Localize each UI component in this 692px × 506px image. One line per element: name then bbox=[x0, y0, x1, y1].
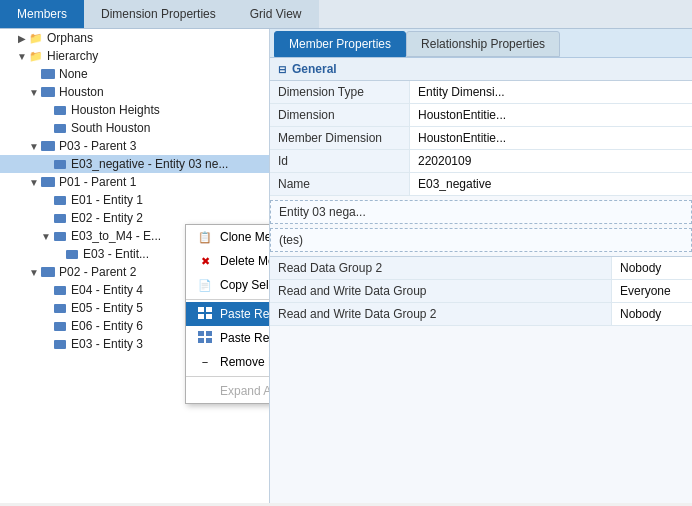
folder-icon: 📁 bbox=[28, 49, 44, 63]
clone-icon: 📋 bbox=[196, 231, 214, 244]
menu-label-expand-all: Expand All Descendants bbox=[220, 384, 270, 398]
prop-value-member-dimension: HoustonEntitie... bbox=[410, 127, 692, 149]
tree-label-p02: P02 - Parent 2 bbox=[59, 265, 136, 279]
folder-icon: 📁 bbox=[28, 31, 44, 45]
expand-spacer bbox=[40, 105, 52, 116]
svg-rect-7 bbox=[206, 338, 212, 343]
tab-dimension-properties[interactable]: Dimension Properties bbox=[84, 0, 233, 28]
entity-info-label: Entity 03 nega... bbox=[279, 205, 366, 219]
member-icon bbox=[52, 121, 68, 135]
svg-rect-6 bbox=[198, 338, 204, 343]
member-icon bbox=[52, 337, 68, 351]
tab-relationship-properties[interactable]: Relationship Properties bbox=[406, 31, 560, 57]
prop-row-name: Name E03_negative bbox=[270, 173, 692, 196]
tree-item-e03-negative[interactable]: E03_negative - Entity 03 ne... bbox=[0, 155, 269, 173]
tree-item-e01[interactable]: E01 - Entity 1 bbox=[0, 191, 269, 209]
top-tab-bar: Members Dimension Properties Grid View bbox=[0, 0, 692, 29]
section-header-general: ⊟ General bbox=[270, 58, 692, 81]
tree-label-hierarchy: Hierarchy bbox=[47, 49, 98, 63]
tree-label-houston-heights: Houston Heights bbox=[71, 103, 160, 117]
expand-spacer bbox=[40, 339, 52, 350]
expand-spacer bbox=[40, 123, 52, 134]
expand-icon: ▼ bbox=[28, 87, 40, 98]
tree-label-e04: E04 - Entity 4 bbox=[71, 283, 143, 297]
prop-label-dimension: Dimension bbox=[270, 104, 410, 126]
svg-rect-4 bbox=[198, 331, 204, 336]
member-icon bbox=[52, 103, 68, 117]
perm-row-readwrite-dg: Read and Write Data Group Everyone bbox=[270, 280, 692, 303]
tab-members[interactable]: Members bbox=[0, 0, 84, 28]
right-panel: Member Properties Relationship Propertie… bbox=[270, 29, 692, 503]
entity-tes-label: (tes) bbox=[279, 233, 303, 247]
expand-spacer bbox=[40, 159, 52, 170]
prop-row-dimension-type: Dimension Type Entity Dimensi... bbox=[270, 81, 692, 104]
tree-label-e03-m4: E03_to_M4 - E... bbox=[71, 229, 161, 243]
tree-item-p01[interactable]: ▼ P01 - Parent 1 bbox=[0, 173, 269, 191]
tab-grid-view[interactable]: Grid View bbox=[233, 0, 319, 28]
tree-item-none[interactable]: None bbox=[0, 65, 269, 83]
expand-icon: ▼ bbox=[28, 141, 40, 152]
menu-item-delete[interactable]: ✖ Delete Member bbox=[186, 249, 270, 273]
member-icon bbox=[52, 157, 68, 171]
svg-rect-0 bbox=[198, 307, 204, 312]
expand-icon: ▼ bbox=[28, 267, 40, 278]
perm-row-readwrite-dg2: Read and Write Data Group 2 Nobody bbox=[270, 303, 692, 326]
expand-icon: ▼ bbox=[40, 231, 52, 242]
expand-icon: ▶ bbox=[16, 33, 28, 44]
member-icon bbox=[52, 283, 68, 297]
remove-icon: − bbox=[196, 356, 214, 368]
menu-label-copy: Copy Selected Members bbox=[220, 278, 270, 292]
prop-row-id: Id 22020109 bbox=[270, 150, 692, 173]
menu-item-expand-all: Expand All Descendants bbox=[186, 379, 270, 403]
section-toggle-general[interactable]: ⊟ bbox=[278, 64, 286, 75]
expand-spacer bbox=[40, 285, 52, 296]
perm-value-1: Everyone bbox=[612, 280, 692, 302]
paste-move-icon bbox=[196, 331, 214, 345]
member-icon bbox=[52, 319, 68, 333]
tree-item-p03[interactable]: ▼ P03 - Parent 3 bbox=[0, 137, 269, 155]
menu-label-delete: Delete Member bbox=[220, 254, 270, 268]
menu-item-paste-move[interactable]: Paste Relationships (Move) ▶ bbox=[186, 326, 270, 350]
member-icon bbox=[40, 85, 56, 99]
svg-rect-2 bbox=[198, 314, 204, 319]
menu-item-copy[interactable]: 📄 Copy Selected Members bbox=[186, 273, 270, 297]
tree-label-e02: E02 - Entity 2 bbox=[71, 211, 143, 225]
expand-spacer bbox=[40, 195, 52, 206]
menu-item-clone[interactable]: 📋 Clone Member ▶ bbox=[186, 225, 270, 249]
menu-item-paste-add[interactable]: Paste Relationships (Add) ▶ bbox=[186, 302, 270, 326]
menu-separator-1 bbox=[186, 299, 270, 300]
menu-item-remove[interactable]: − Remove Relationships bbox=[186, 350, 270, 374]
expand-icon: ▼ bbox=[28, 177, 40, 188]
paste-add-icon bbox=[196, 307, 214, 321]
tree-label-p01: P01 - Parent 1 bbox=[59, 175, 136, 189]
prop-label-id: Id bbox=[270, 150, 410, 172]
tree-item-hierarchy[interactable]: ▼ 📁 Hierarchy bbox=[0, 47, 269, 65]
prop-row-dimension: Dimension HoustonEntitie... bbox=[270, 104, 692, 127]
tree-item-houston[interactable]: ▼ Houston bbox=[0, 83, 269, 101]
tree-item-orphans[interactable]: ▶ 📁 Orphans bbox=[0, 29, 269, 47]
tree-label-e03-negative: E03_negative - Entity 03 ne... bbox=[71, 157, 228, 171]
member-icon bbox=[52, 193, 68, 207]
svg-rect-3 bbox=[206, 314, 212, 319]
tree-label-none: None bbox=[59, 67, 88, 81]
tree-label-e05: E05 - Entity 5 bbox=[71, 301, 143, 315]
tab-member-properties[interactable]: Member Properties bbox=[274, 31, 406, 57]
tree-label-e01: E01 - Entity 1 bbox=[71, 193, 143, 207]
prop-row-member-dimension: Member Dimension HoustonEntitie... bbox=[270, 127, 692, 150]
menu-label-remove: Remove Relationships bbox=[220, 355, 270, 369]
svg-rect-1 bbox=[206, 307, 212, 312]
properties-section: ⊟ General Dimension Type Entity Dimensi.… bbox=[270, 58, 692, 503]
tree-label-orphans: Orphans bbox=[47, 31, 93, 45]
prop-value-dimension-type: Entity Dimensi... bbox=[410, 81, 692, 103]
perm-label-1: Read and Write Data Group bbox=[270, 280, 612, 302]
member-icon bbox=[40, 67, 56, 81]
perm-value-0: Nobody bbox=[612, 257, 692, 279]
tree-label-p03: P03 - Parent 3 bbox=[59, 139, 136, 153]
tree-item-houston-heights[interactable]: Houston Heights bbox=[0, 101, 269, 119]
tree-label-houston: Houston bbox=[59, 85, 104, 99]
section-title-general: General bbox=[292, 62, 337, 76]
perm-row-read-dg2: Read Data Group 2 Nobody bbox=[270, 257, 692, 280]
tree-item-south-houston[interactable]: South Houston bbox=[0, 119, 269, 137]
perm-value-2: Nobody bbox=[612, 303, 692, 325]
expand-spacer bbox=[40, 303, 52, 314]
